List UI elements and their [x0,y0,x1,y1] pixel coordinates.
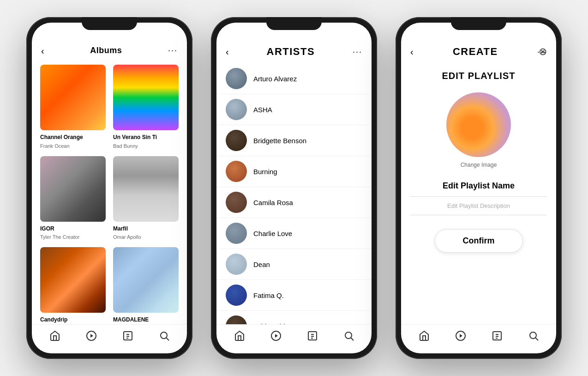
notch [451,17,506,30]
avatar [226,285,247,306]
album-cover-channel-orange [40,65,106,130]
avatar [226,99,247,120]
artist-name: Burning [253,168,277,176]
list-item[interactable]: Burning [216,156,372,187]
album-name: Marfil [113,225,179,233]
more-button[interactable]: ··· [168,46,178,55]
playlist-image-container: Change Image [401,92,556,168]
svg-point-22 [530,332,536,339]
artists-list: Arturo Alvarez ASHA Bridgette Benson Bur… [216,63,372,324]
nav-home-icon[interactable] [234,330,245,344]
phone-artists: ‹ ARTISTS ··· Arturo Alvarez ASHA Bridge… [211,17,377,359]
nav-search-icon[interactable] [343,330,354,344]
phone-albums: ‹ Albums ··· Channel Orange Frank Ocean … [26,17,192,359]
album-item[interactable]: Candydrip Lucky Daye [40,247,106,324]
list-item[interactable]: Camila Rosa [216,187,372,218]
album-cover-igor [40,156,106,222]
playlist-desc-field[interactable]: Edit Playlist Description [410,202,547,215]
list-item[interactable]: ASHA [216,94,372,125]
svg-marker-17 [460,334,462,338]
nav-home-icon[interactable] [419,330,430,344]
artist-name: ASHA [253,106,272,114]
back-button[interactable]: ‹ [226,47,229,56]
list-item[interactable]: Fatima Q. [216,280,372,311]
avatar [226,315,247,324]
album-item[interactable]: Marfil Omar Apollo [113,156,179,240]
avatar [226,192,247,213]
svg-line-7 [166,338,169,341]
nav-play-icon[interactable] [270,330,282,344]
list-item[interactable]: goldenGirl [216,311,372,324]
nav-play-icon[interactable] [86,330,97,344]
playlist-image[interactable] [446,92,511,157]
albums-grid: Channel Orange Frank Ocean Un Verano Sin… [32,61,187,324]
back-button[interactable]: ‹ [410,47,414,56]
artist-name: Arturo Alvarez [253,75,297,83]
nav-library-icon[interactable] [122,330,133,344]
album-artist: Frank Ocean [40,143,106,149]
avatar [226,161,247,182]
bottom-nav [32,324,187,353]
svg-line-15 [351,338,354,341]
album-item[interactable]: Channel Orange Frank Ocean [40,65,106,149]
album-item[interactable]: MAGDALENE FKA Twigs [113,247,179,324]
nav-library-icon[interactable] [492,330,503,344]
album-cover-magdalene [113,247,179,313]
artist-name: Fatima Q. [253,291,284,299]
svg-point-14 [345,332,352,339]
album-artist: Tyler The Creator [40,234,106,240]
svg-line-23 [535,338,538,341]
svg-marker-1 [90,334,93,338]
album-item[interactable]: Un Verano Sin Ti Bad Bunny [113,65,179,149]
artist-name: Charlie Love [253,230,292,237]
artist-name: Bridgette Benson [253,137,306,145]
list-item[interactable]: Charlie Love [216,218,372,249]
svg-point-6 [161,332,167,339]
bottom-nav [401,324,556,353]
playlist-name-field[interactable]: Edit Playlist Name [410,181,547,197]
nav-play-icon[interactable] [455,330,466,344]
notch [266,17,322,30]
change-image-button[interactable]: Change Image [461,162,497,168]
close-button[interactable]: ⊗ [539,46,547,58]
bottom-nav [216,324,372,353]
avatar [226,130,247,151]
phone-create: ‹ CREATE ··· ⊗ EDIT PLAYLIST Change Imag… [396,17,562,359]
edit-playlist-title: EDIT PLAYLIST [401,71,556,81]
album-name: Candydrip [40,316,106,324]
nav-search-icon[interactable] [159,330,170,344]
create-screen: EDIT PLAYLIST Change Image Edit Playlist… [401,63,556,324]
confirm-button[interactable]: Confirm [435,229,523,253]
list-item[interactable]: Bridgette Benson [216,125,372,156]
avatar [226,254,247,275]
avatar [226,68,247,89]
artist-name: Dean [253,261,270,268]
nav-library-icon[interactable] [307,330,318,344]
albums-title: Albums [90,46,122,55]
album-cover-candydrip [40,247,106,313]
album-cover-marfil [113,156,179,222]
album-name: Channel Orange [40,134,106,141]
nav-search-icon[interactable] [528,330,539,344]
album-cover-un-verano [113,65,179,130]
back-button[interactable]: ‹ [41,46,44,55]
list-item[interactable]: Arturo Alvarez [216,63,372,94]
album-name: IGOR [40,225,106,233]
artist-name: Camila Rosa [253,199,293,206]
album-item[interactable]: IGOR Tyler The Creator [40,156,106,240]
notch [82,17,137,30]
artists-title: ARTISTS [267,46,315,58]
svg-marker-9 [275,334,278,338]
album-name: Un Verano Sin Ti [113,134,179,141]
avatar [226,223,247,244]
list-item[interactable]: Dean [216,249,372,280]
album-artist: Bad Bunny [113,143,179,149]
nav-home-icon[interactable] [49,330,60,344]
album-artist: Omar Apollo [113,234,179,240]
album-name: MAGDALENE [113,316,179,324]
create-title: CREATE [453,46,498,58]
more-button[interactable]: ··· [353,47,362,57]
